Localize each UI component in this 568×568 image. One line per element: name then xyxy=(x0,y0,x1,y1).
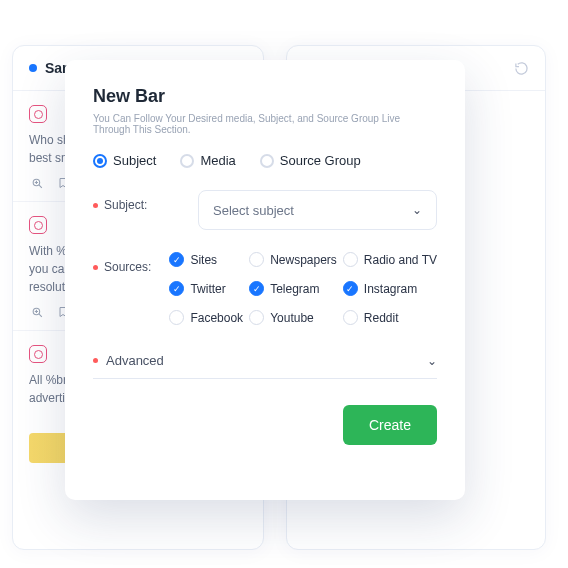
source-newspapers[interactable]: Newspapers xyxy=(249,252,337,267)
source-radio-tv[interactable]: Radio and TV xyxy=(343,252,437,267)
advanced-toggle[interactable]: Advanced ⌄ xyxy=(93,347,437,379)
source-youtube[interactable]: Youtube xyxy=(249,310,337,325)
radio-media[interactable]: Media xyxy=(180,153,235,168)
select-placeholder: Select subject xyxy=(213,203,294,218)
instagram-icon xyxy=(29,345,47,363)
checkbox-icon xyxy=(169,310,184,325)
subject-label: Subject: xyxy=(93,190,188,212)
modal-subtitle: You Can Follow Your Desired media, Subje… xyxy=(93,113,437,135)
zoom-icon[interactable] xyxy=(29,304,45,320)
radio-icon xyxy=(93,154,107,168)
instagram-icon xyxy=(29,105,47,123)
create-button[interactable]: Create xyxy=(343,405,437,445)
status-dot-icon xyxy=(29,64,37,72)
type-radio-group: Subject Media Source Group xyxy=(93,153,437,168)
checkbox-icon: ✓ xyxy=(249,281,264,296)
checkbox-icon xyxy=(343,252,358,267)
source-reddit[interactable]: Reddit xyxy=(343,310,437,325)
radio-source-group[interactable]: Source Group xyxy=(260,153,361,168)
source-sites[interactable]: ✓Sites xyxy=(169,252,243,267)
radio-label: Media xyxy=(200,153,235,168)
required-dot-icon xyxy=(93,265,98,270)
source-twitter[interactable]: ✓Twitter xyxy=(169,281,243,296)
chevron-down-icon: ⌄ xyxy=(412,203,422,217)
checkbox-icon xyxy=(249,310,264,325)
source-telegram[interactable]: ✓Telegram xyxy=(249,281,337,296)
radio-icon xyxy=(260,154,274,168)
checkbox-icon: ✓ xyxy=(169,281,184,296)
required-dot-icon xyxy=(93,358,98,363)
radio-subject[interactable]: Subject xyxy=(93,153,156,168)
sources-label: Sources: xyxy=(93,252,159,274)
new-bar-modal: New Bar You Can Follow Your Desired medi… xyxy=(65,60,465,500)
source-facebook[interactable]: Facebook xyxy=(169,310,243,325)
required-dot-icon xyxy=(93,203,98,208)
chevron-down-icon: ⌄ xyxy=(427,354,437,368)
radio-icon xyxy=(180,154,194,168)
checkbox-icon: ✓ xyxy=(169,252,184,267)
instagram-icon xyxy=(29,216,47,234)
source-instagram[interactable]: ✓Instagram xyxy=(343,281,437,296)
refresh-icon[interactable] xyxy=(513,60,529,76)
checkbox-icon: ✓ xyxy=(343,281,358,296)
radio-label: Source Group xyxy=(280,153,361,168)
modal-title: New Bar xyxy=(93,86,437,107)
radio-label: Subject xyxy=(113,153,156,168)
checkbox-icon xyxy=(249,252,264,267)
advanced-label: Advanced xyxy=(106,353,164,368)
sources-grid: ✓Sites Newspapers Radio and TV ✓Twitter … xyxy=(169,252,437,325)
zoom-icon[interactable] xyxy=(29,175,45,191)
subject-select[interactable]: Select subject ⌄ xyxy=(198,190,437,230)
checkbox-icon xyxy=(343,310,358,325)
